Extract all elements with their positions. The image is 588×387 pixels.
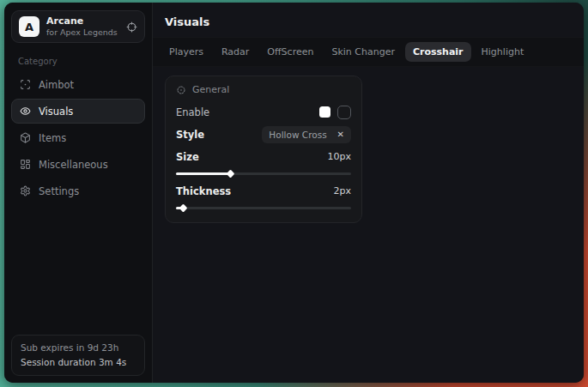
style-label: Style <box>176 129 204 141</box>
app-window: A Arcane for Apex Legends Category Aimbo… <box>4 3 584 383</box>
enable-checkbox[interactable] <box>337 106 351 119</box>
enable-row: Enable <box>176 103 351 121</box>
app-name: Arcane <box>46 15 119 27</box>
size-label: Size <box>176 151 199 163</box>
target-icon[interactable] <box>126 21 137 33</box>
enable-controls <box>319 106 351 119</box>
panel-header: General <box>176 84 351 95</box>
slider-thumb[interactable] <box>179 203 188 212</box>
color-swatch[interactable] <box>319 106 330 118</box>
slider-fill <box>176 172 230 175</box>
tab-radar[interactable]: Radar <box>214 42 257 62</box>
slider-track <box>176 207 351 209</box>
general-panel: General Enable Style Hollow Cross ✕ <box>165 76 362 223</box>
brand-card: A Arcane for Apex Legends <box>11 10 145 43</box>
slider-thumb[interactable] <box>227 169 235 178</box>
sidebar-item-label: Items <box>39 132 66 144</box>
gear-icon <box>20 185 31 197</box>
close-icon[interactable]: ✕ <box>337 130 344 139</box>
tab-content: General Enable Style Hollow Cross ✕ <box>153 67 584 232</box>
sidebar-item-label: Miscellaneous <box>39 159 108 171</box>
app-logo: A <box>19 16 39 37</box>
sidebar-nav: Aimbot Visuals Items Miscellaneous <box>4 72 152 203</box>
sidebar-item-settings[interactable]: Settings <box>11 178 145 203</box>
tab-offscreen[interactable]: OffScreen <box>259 42 321 62</box>
main-area: Visuals Players Radar OffScreen Skin Cha… <box>153 3 584 383</box>
sidebar-item-label: Aimbot <box>39 79 74 91</box>
enable-label: Enable <box>176 106 209 118</box>
panel-title: General <box>192 84 229 95</box>
thickness-slider[interactable] <box>176 203 351 212</box>
slider-fill <box>176 207 183 209</box>
sidebar-item-visuals[interactable]: Visuals <box>11 99 145 124</box>
sidebar-item-items[interactable]: Items <box>11 125 145 150</box>
layout-grid-icon <box>20 159 31 170</box>
page-title: Visuals <box>165 15 584 28</box>
sub-expires-text: Sub expires in 9d 23h <box>21 341 136 354</box>
crosshair-icon <box>20 79 31 90</box>
app-logo-letter: A <box>25 21 33 33</box>
category-label: Category <box>18 57 138 66</box>
brand-text: Arcane for Apex Legends <box>46 15 119 38</box>
style-row: Style Hollow Cross ✕ <box>176 125 351 143</box>
app-subtitle: for Apex Legends <box>46 27 119 38</box>
subscription-info-card: Sub expires in 9d 23h Session duration 3… <box>11 335 145 376</box>
sidebar-item-miscellaneous[interactable]: Miscellaneous <box>11 152 145 177</box>
cube-icon <box>20 132 31 143</box>
tab-highlight[interactable]: Highlight <box>474 42 532 62</box>
sidebar-item-label: Visuals <box>39 106 73 118</box>
eye-icon <box>20 106 31 117</box>
sidebar: A Arcane for Apex Legends Category Aimbo… <box>4 3 153 383</box>
tab-bar: Players Radar OffScreen Skin Changer Cro… <box>153 37 584 67</box>
sidebar-item-label: Settings <box>39 185 79 197</box>
size-slider[interactable] <box>176 169 351 178</box>
style-selected-value: Hollow Cross <box>269 130 326 140</box>
thickness-label: Thickness <box>176 185 231 197</box>
size-row: Size 10px <box>176 148 351 166</box>
tab-crosshair[interactable]: Crosshair <box>405 42 471 62</box>
tab-players[interactable]: Players <box>161 42 211 62</box>
size-value: 10px <box>328 151 352 162</box>
tab-skin-changer[interactable]: Skin Changer <box>324 42 403 62</box>
session-duration-text: Session duration 3m 4s <box>21 355 136 369</box>
scope-icon <box>176 85 186 95</box>
style-select[interactable]: Hollow Cross ✕ <box>262 126 351 143</box>
sidebar-item-aimbot[interactable]: Aimbot <box>11 72 145 97</box>
thickness-row: Thickness 2px <box>176 182 351 200</box>
thickness-value: 2px <box>334 185 352 197</box>
